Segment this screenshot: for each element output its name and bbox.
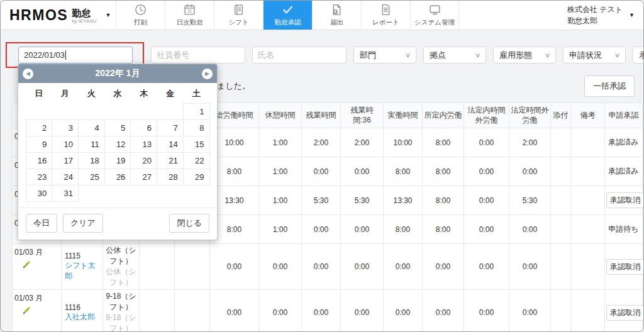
approval-cancel-button[interactable]: 承認取消 [606,259,644,275]
day-cell[interactable]: 18 [78,152,105,169]
clock-in-cell [140,290,175,332]
day-cell[interactable]: 4 [78,119,105,136]
logo-dropdown-icon[interactable]: ▼ [106,12,111,18]
day-cell[interactable]: 29 [183,169,210,185]
edit-pencil-icon[interactable] [22,306,31,317]
day-cell[interactable]: 12 [104,136,131,153]
filter-select[interactable]: 部門∨ [353,47,416,64]
clock-in-cell [140,244,175,290]
status-message-fragment: ました。 [217,80,250,92]
clock-out-cell [175,244,210,290]
date-cell: 01/03 月 [13,290,62,332]
file-upload-icon [330,3,343,16]
day-cell[interactable]: 23 [26,169,53,185]
filter-select[interactable]: 拠点∨ [423,47,486,64]
nav-item[interactable]: レポート [361,1,410,30]
user-dropdown-icon[interactable]: ▼ [629,12,635,18]
day-cell[interactable]: 28 [157,169,184,185]
day-cell[interactable]: 26 [104,169,131,185]
day-cell[interactable]: 20 [130,152,157,169]
nav-item[interactable]: 勤怠承認 [263,1,312,30]
time-value-cell: 0:00 [509,244,551,290]
day-cell[interactable]: 25 [78,169,105,185]
day-cell[interactable]: 21 [157,152,184,169]
day-cell[interactable]: 27 [130,169,157,185]
filter-select[interactable]: 申請状況∨ [563,47,626,64]
empty-day-cell [104,103,131,120]
nav-item[interactable]: システム管理 [410,1,459,30]
date-input[interactable]: 2022/01/03 [18,47,133,64]
day-cell[interactable]: 16 [26,152,53,169]
time-value-cell: 0:00 [341,290,384,332]
edit-pencil-icon[interactable] [22,260,31,271]
employee-name-input[interactable] [252,47,347,64]
day-cell[interactable]: 13 [130,136,157,153]
nav-item[interactable]: シフト [214,1,263,30]
employee-name-link[interactable]: 入社太郎 [65,313,95,321]
day-cell[interactable]: 22 [183,152,210,169]
empty-day-cell [183,185,210,202]
day-cell[interactable]: 31 [52,185,79,202]
approval-cancel-button[interactable]: 承認取消 [606,192,644,208]
approval-status-cell: 承認取消 [605,186,643,215]
nav-item[interactable]: 打刻 [116,1,165,30]
day-cell[interactable]: 2 [26,119,53,136]
time-value-cell: 1:00 [259,215,302,244]
date-cell: 01/03 月 [13,244,62,290]
day-cell[interactable]: 15 [183,136,210,153]
scheduled-type: 9-18（シフト） [104,291,138,313]
note-cell [571,157,605,186]
day-cell[interactable]: 1 [183,103,210,120]
time-value-cell: 2:00 [302,128,341,157]
datepicker-grid: 1234567891011121314151617181920212223242… [18,102,217,208]
day-cell[interactable]: 8 [183,119,210,136]
column-header: 添付 [551,103,571,128]
day-cell[interactable]: 9 [26,136,53,153]
employee-name-link[interactable]: シフト太郎 [65,261,96,280]
datepicker-popup: ◀ 2022年 1月 ▶ 日月火水木金土 1234567891011121314… [18,64,218,240]
clear-button[interactable]: クリア [63,214,103,233]
weekday-label: 土 [183,88,209,99]
day-cell[interactable]: 6 [130,119,157,136]
day-cell[interactable]: 24 [52,169,79,185]
select-label: 雇用形態 [499,50,532,61]
today-button[interactable]: 今日 [26,214,57,233]
time-value-cell: 0:00 [259,290,302,332]
note-cell [571,215,605,244]
time-value-cell: 0:00 [302,157,341,186]
approval-cancel-button[interactable]: 承認取消 [606,305,644,321]
approval-status-cell: 承認済み [605,157,643,186]
day-cell[interactable]: 11 [78,136,105,153]
time-value-cell: 0:00 [509,157,551,186]
nav-item[interactable]: 届出 [312,1,361,30]
prev-month-icon[interactable]: ◀ [23,69,33,79]
employee-number: 1115 [65,252,101,260]
bulk-approve-button[interactable]: 一括承認 [584,75,635,97]
empty-day-cell [157,103,184,120]
next-month-icon[interactable]: ▶ [202,69,213,79]
time-value-cell: 0:00 [509,215,551,244]
attachment-cell [551,244,571,290]
day-cell[interactable]: 17 [52,152,79,169]
day-cell[interactable]: 14 [157,136,184,153]
column-header: 備考 [571,103,605,128]
day-cell[interactable]: 10 [52,136,79,153]
day-cell[interactable]: 5 [104,119,131,136]
time-value-cell: 8:00 [423,128,464,157]
work-type-cell: 公休（シフト）公休（シフト） [103,244,140,290]
filter-select[interactable]: 雇用形態∨ [493,47,556,64]
approval-status-text: 承認済み [608,167,638,175]
day-cell[interactable]: 30 [26,185,53,202]
nav-item[interactable]: 31日次勤怠 [165,1,214,30]
nav-items: 打刻31日次勤怠シフト勤怠承認届出レポートシステム管理 [116,1,459,30]
chevron-down-icon: ∨ [404,52,411,58]
day-cell[interactable]: 7 [157,119,184,136]
employee-number-input[interactable] [151,47,245,64]
time-value-cell: 0:00 [384,290,423,332]
user-box[interactable]: 株式会社 テスト 勤怠太郎 ▼ [567,1,643,30]
day-cell[interactable]: 19 [104,152,131,169]
filter-select[interactable]: 承認者∨ [633,47,644,64]
close-button[interactable]: 閉じる [169,214,209,233]
time-value-cell: 0:00 [464,290,509,332]
day-cell[interactable]: 3 [52,119,79,136]
